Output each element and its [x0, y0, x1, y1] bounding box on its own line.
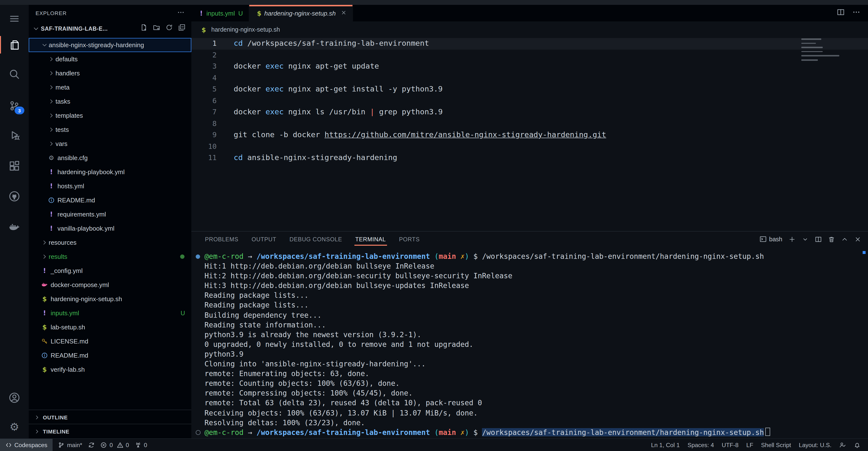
- tree-item-vars[interactable]: vars: [29, 137, 191, 151]
- code-editor[interactable]: 1cd /workspaces/saf-training-lab-environ…: [191, 38, 868, 231]
- tree-item-README.md[interactable]: README.md: [29, 193, 191, 207]
- activity-bar-run-and-debug[interactable]: [0, 123, 29, 147]
- activity-bar-github[interactable]: [0, 184, 29, 208]
- tree-item-tasks[interactable]: tasks: [29, 94, 191, 108]
- collapse-all-icon: [178, 24, 185, 31]
- split-terminal-button[interactable]: [815, 236, 822, 243]
- status-0[interactable]: 00: [98, 439, 132, 451]
- code-line-10[interactable]: 10: [191, 141, 868, 152]
- code-line-5[interactable]: 5docker exec nginx apt-get install -y py…: [191, 84, 868, 95]
- activity-bar-files[interactable]: [0, 33, 29, 57]
- tree-item-hardening-nginx-setup.sh[interactable]: $hardening-nginx-setup.sh: [29, 292, 191, 306]
- code-text: cd /workspaces/saf-training-lab-environm…: [234, 38, 429, 50]
- tree-item-resources[interactable]: resources: [29, 235, 191, 250]
- code-line-3[interactable]: 3docker exec nginx apt-get update: [191, 61, 868, 72]
- panel-tab-debug-console[interactable]: DEBUG CONSOLE: [289, 232, 342, 247]
- activity-bar-source-control[interactable]: 3: [0, 94, 29, 117]
- status-layout-u-s-[interactable]: Layout: U.S.: [795, 439, 835, 451]
- close-tab-button[interactable]: [341, 9, 346, 17]
- status-codespaces[interactable]: Codespaces: [0, 439, 53, 451]
- status-person-check[interactable]: [835, 439, 850, 451]
- new-folder-button[interactable]: [153, 24, 160, 33]
- panel-tab-problems[interactable]: PROBLEMS: [205, 232, 239, 247]
- status-utf-8[interactable]: UTF-8: [718, 439, 742, 451]
- new-file-button[interactable]: [140, 24, 148, 33]
- terminal-dropdown-button[interactable]: [802, 236, 809, 243]
- collapse-all-button[interactable]: [178, 24, 185, 33]
- tree-item-tests[interactable]: tests: [29, 123, 191, 137]
- panel-tab-terminal[interactable]: TERMINAL: [355, 232, 386, 247]
- tree-item-ansible.cfg[interactable]: ⚙ansible.cfg: [29, 151, 191, 165]
- activity-bar-docker[interactable]: [0, 216, 29, 239]
- tree-item-ansible-nginx-stigready-hardening[interactable]: ansible-nginx-stigready-hardening: [29, 38, 191, 52]
- breadcrumb[interactable]: $ hardening-nginx-setup.sh: [191, 22, 868, 38]
- code-line-2[interactable]: 2: [191, 50, 868, 61]
- activity-bar-search[interactable]: [0, 62, 29, 86]
- tree-item-requirements.yml[interactable]: !requirements.yml: [29, 207, 191, 221]
- close-panel-button[interactable]: [855, 236, 861, 243]
- sidebar-section-outline[interactable]: OUTLINE: [29, 410, 191, 424]
- tree-item-handlers[interactable]: handlers: [29, 66, 191, 80]
- command-success-decoration[interactable]: [196, 254, 200, 259]
- code-line-8[interactable]: 8: [191, 118, 868, 129]
- code-line-11[interactable]: 11cd ansible-nginx-stigready-hardening: [191, 152, 868, 164]
- chevron-right-icon: [47, 98, 56, 105]
- chevron-down-icon: [32, 25, 40, 32]
- activity-bar-extensions[interactable]: [0, 154, 29, 178]
- status-main-[interactable]: main*: [55, 439, 85, 451]
- terminal-line: Resolving deltas: 100% (23/23), done.: [205, 418, 868, 427]
- status-bell[interactable]: [850, 439, 864, 451]
- tree-item-hosts.yml[interactable]: !hosts.yml: [29, 179, 191, 193]
- tree-item-meta[interactable]: meta: [29, 80, 191, 94]
- close-icon: [341, 10, 346, 15]
- activity-bar-settings[interactable]: ⚙: [0, 416, 29, 439]
- tree-item-_config.yml[interactable]: !_config.yml: [29, 264, 191, 278]
- code-line-6[interactable]: 6: [191, 95, 868, 106]
- tree-item-templates[interactable]: templates: [29, 108, 191, 123]
- code-line-9[interactable]: 9git clone -b docker https://github.com/…: [191, 129, 868, 141]
- tab-hardening-nginx-setup.sh[interactable]: $hardening-nginx-setup.sh: [249, 5, 353, 22]
- terminal-prompt-line: @em-c-rod → /workspaces/saf-training-lab…: [205, 252, 868, 261]
- kill-terminal-button[interactable]: [828, 236, 835, 243]
- status-shell-script[interactable]: Shell Script: [757, 439, 795, 451]
- code-line-1[interactable]: 1cd /workspaces/saf-training-lab-environ…: [191, 38, 868, 50]
- status-0[interactable]: 0: [132, 439, 150, 451]
- tree-item-hardening-playbook.yml[interactable]: !hardening-playbook.yml: [29, 165, 191, 179]
- tree-item-inputs.yml[interactable]: !inputs.ymlU: [29, 306, 191, 320]
- maximize-panel-button[interactable]: [841, 236, 848, 243]
- explorer-more-actions-icon[interactable]: [177, 8, 185, 18]
- terminal-line: remote: Compressing objects: 100% (45/45…: [205, 388, 868, 398]
- sidebar-section-timeline[interactable]: TIMELINE: [29, 424, 191, 438]
- tree-item-docker-compose.yml[interactable]: docker-compose.yml: [29, 278, 191, 292]
- tree-item-README.md[interactable]: README.md: [29, 348, 191, 362]
- tree-item-lab-setup.sh[interactable]: $lab-setup.sh: [29, 320, 191, 334]
- workspace-root-row[interactable]: SAF-TRAINING-LAB-E...: [29, 22, 191, 35]
- refresh-button[interactable]: [165, 24, 173, 33]
- code-text: docker exec nginx ls /usr/bin | grep pyt…: [234, 106, 443, 118]
- tree-item-vanilla-playbook.yml[interactable]: !vanilla-playbook.yml: [29, 221, 191, 235]
- tree-item-defaults[interactable]: defaults: [29, 52, 191, 66]
- status-ln-1-col-1[interactable]: Ln 1, Col 1: [647, 439, 684, 451]
- tree-item-LICENSE.md[interactable]: LICENSE.md: [29, 334, 191, 348]
- new-terminal-button[interactable]: [789, 236, 796, 243]
- ansible-icon: !: [40, 267, 49, 275]
- panel-tab-ports[interactable]: PORTS: [399, 232, 420, 247]
- editor-column: !inputs.ymlU$hardening-nginx-setup.sh $ …: [191, 5, 868, 439]
- chevron-right-icon: [47, 70, 56, 76]
- status-lf[interactable]: LF: [742, 439, 757, 451]
- code-line-7[interactable]: 7docker exec nginx ls /usr/bin | grep py…: [191, 106, 868, 118]
- tree-item-results[interactable]: results: [29, 250, 191, 264]
- panel-tab-output[interactable]: OUTPUT: [252, 232, 277, 247]
- tree-item-verify-lab.sh[interactable]: $verify-lab.sh: [29, 362, 191, 377]
- terminal-shell-selector[interactable]: bash: [760, 235, 782, 243]
- split-editor-button[interactable]: [837, 8, 845, 18]
- activity-bar-menu[interactable]: [0, 7, 29, 30]
- activity-bar-account[interactable]: [0, 386, 29, 409]
- editor-more-actions-button[interactable]: [852, 8, 860, 18]
- status-spaces-4[interactable]: Spaces: 4: [684, 439, 718, 451]
- status-sync[interactable]: [85, 439, 98, 451]
- code-line-4[interactable]: 4: [191, 72, 868, 84]
- tab-inputs.yml[interactable]: !inputs.ymlU: [191, 5, 249, 22]
- terminal-output[interactable]: @em-c-rod → /workspaces/saf-training-lab…: [191, 247, 868, 439]
- command-running-decoration[interactable]: [196, 430, 200, 435]
